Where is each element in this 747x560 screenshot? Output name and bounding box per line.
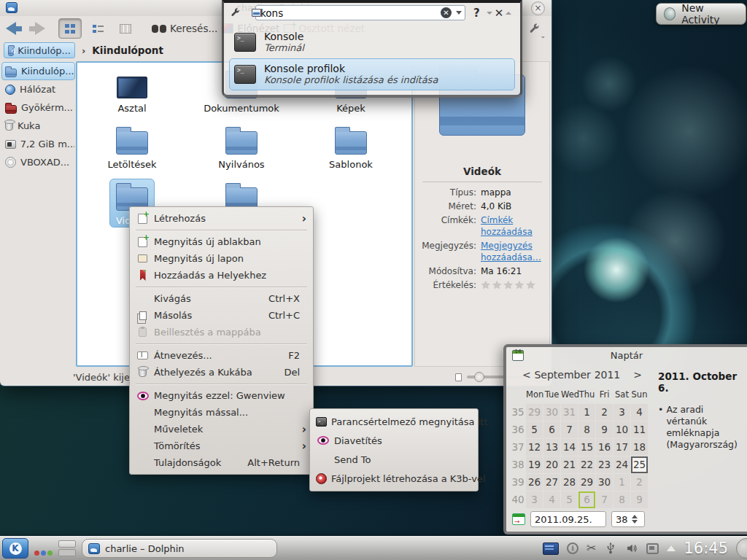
back-button[interactable] [4,21,23,36]
next-month-button[interactable]: > [633,369,642,381]
calendar-cell[interactable]: 9 [631,491,648,508]
krunner-result-item[interactable]: Konsole Terminál [229,26,515,58]
calendar-cell[interactable] [511,386,525,403]
forward-button[interactable] [28,21,47,36]
calendar-cell[interactable]: 18 [631,439,648,456]
calendar-cell[interactable]: 36 [511,421,525,438]
context-menu-item[interactable]: Megnyitás új ablakban [130,233,313,250]
desktop-2-icon[interactable] [58,549,76,556]
context-menu-item[interactable]: Beillesztés a mappába [130,324,313,341]
usb-icon[interactable] [604,542,617,555]
calendar-cell[interactable]: 5 [526,421,543,438]
spin-up-icon[interactable] [632,515,638,518]
context-menu-item[interactable] [136,230,307,230]
context-menu-item[interactable] [136,287,307,287]
calendar-titlebar[interactable]: Naptár [506,347,747,365]
system-activity-icon[interactable] [252,9,261,17]
history-dropdown-icon[interactable] [456,11,462,15]
info-row-value[interactable]: mappa [481,187,545,198]
calendar-cell[interactable]: 9 [596,421,613,438]
context-menu-item[interactable]: Tömörítés [130,438,313,454]
task-button-dolphin[interactable]: charlie – Dolphin [82,539,277,558]
calendar-cell[interactable]: 21 [561,456,578,473]
zoom-out-icon[interactable] [455,373,462,381]
configure-wrench-icon[interactable] [230,7,241,18]
context-menu-item[interactable]: Áthelyezés a Kukába Del [130,364,313,381]
spin-down-icon[interactable] [632,520,638,524]
places-item[interactable]: Kiindulóp... [1,62,75,80]
clear-input-icon[interactable]: ✕ [441,7,452,18]
details-view-button[interactable] [86,18,109,39]
icon-view-button[interactable] [58,18,82,39]
calendar-cell[interactable]: 20 [543,456,560,473]
calendar-cell[interactable]: 38 [511,456,525,473]
calendar-cell[interactable]: 19 [526,456,543,473]
calendar-cell[interactable]: 7 [561,421,578,438]
week-input[interactable] [614,513,630,526]
krunner-result-item[interactable]: Konsole profilok Konsole profilok listáz… [229,58,515,90]
context-menu-item[interactable] [136,384,307,384]
calendar-cell[interactable]: Fri [596,386,613,403]
folder-item[interactable]: Letöltések [101,122,163,179]
context-menu-item[interactable]: Átnevezés... F2 [130,347,313,364]
star-icon[interactable]: ★★★★★ [481,279,537,292]
places-item[interactable]: Gyökérm... [1,98,75,117]
help-button[interactable]: ? [473,7,480,20]
krunner-search-field[interactable]: ✕ [255,5,465,20]
date-input[interactable] [530,511,606,527]
application-launcher-button[interactable]: K [2,538,28,559]
desktop-1-icon[interactable] [58,540,76,548]
calendar-cell[interactable]: 3 [526,491,543,508]
calendar-cell[interactable]: 17 [614,439,630,456]
calendar-cell[interactable]: 39 [511,474,525,491]
calendar-cell[interactable]: 27 [543,474,560,491]
folder-item[interactable]: Sablonok [322,122,379,179]
calendar-cell[interactable]: 28 [561,474,578,491]
krunner-close-button[interactable]: ✕ [487,7,512,20]
context-menu-item[interactable]: Megnyitás ezzel: Gwenview [130,387,313,404]
klipper-scissors-icon[interactable]: ✂ [587,542,596,554]
calendar-cell[interactable]: Sun [631,386,648,403]
activity-manager-button[interactable] [34,541,53,556]
calendar-cell[interactable]: 11 [631,421,648,438]
calendar-cell[interactable]: Sat [614,386,630,403]
calendar-cell[interactable]: 35 [511,404,525,421]
calendar-cell[interactable]: 30 [543,404,560,421]
calendar-cell[interactable]: Wed [561,386,578,403]
context-menu-item[interactable]: Tulajdonságok Alt+Return [130,454,313,471]
calendar-cell[interactable]: 31 [561,404,578,421]
info-row-value[interactable]: Címkék hozzáadása [481,214,545,238]
calendar-cell[interactable]: 6 [543,421,560,438]
calendar-cell[interactable]: 29 [578,474,595,491]
calendar-cell[interactable]: 15 [578,439,595,456]
calendar-cell[interactable]: 1 [614,474,630,491]
folder-item[interactable]: Nyilvános [212,122,271,179]
folder-item[interactable]: Asztal [110,66,154,122]
calendar-cell[interactable]: 7 [596,491,613,508]
places-item[interactable]: Kuka [1,117,75,135]
calendar-cell[interactable]: Tue [543,386,560,403]
calendar-cell[interactable]: 10 [614,421,630,438]
info-tray-icon[interactable]: i [567,542,578,554]
calendar-cell[interactable]: 16 [596,439,613,456]
speaker-icon[interactable] [625,542,638,555]
columns-view-button[interactable] [114,18,137,39]
calendar-cell[interactable]: 2 [596,404,613,421]
info-row-value[interactable]: Megjegyzés hozzáadása… [481,240,545,263]
search-button[interactable]: Keresés... [152,23,217,34]
window-close-button[interactable]: × [531,1,545,15]
context-menu-item[interactable]: Másolás Ctrl+C [130,307,313,324]
month-label[interactable]: September [534,369,592,381]
year-label[interactable]: 2011 [595,369,621,381]
rating-stars[interactable]: ★★★★★ [481,279,545,291]
context-menu-item[interactable]: Megnyitás mással... [130,404,313,421]
calendar-cell[interactable]: 2 [631,474,648,491]
display-tray-icon[interactable] [543,542,559,555]
calendar-cell[interactable]: 24 [614,456,630,473]
calendar-cell[interactable]: 25 [631,456,648,473]
context-menu-item[interactable] [136,343,307,344]
submenu-item[interactable]: Send To [310,450,478,469]
virtual-desktop-pager[interactable] [58,540,76,556]
calendar-cell[interactable]: 30 [596,474,613,491]
calendar-cell[interactable]: 4 [631,404,648,421]
